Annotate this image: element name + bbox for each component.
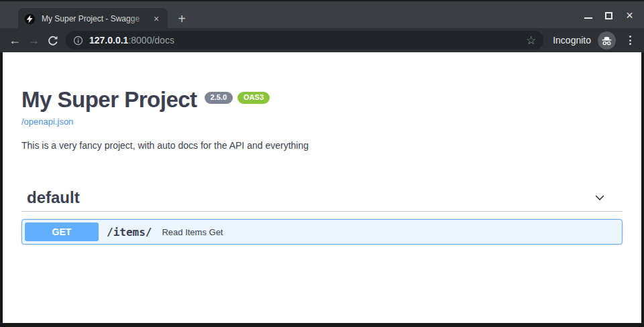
new-tab-button[interactable]: + xyxy=(173,10,191,27)
api-title-row: My Super Project 2.5.0 OAS3 xyxy=(21,87,623,113)
reload-icon xyxy=(47,35,58,46)
chevron-down-icon[interactable] xyxy=(593,191,606,204)
page-content: My Super Project 2.5.0 OAS3 /openapi.jso… xyxy=(3,52,641,323)
operation-path: /items/ xyxy=(107,226,152,239)
close-icon: × xyxy=(626,9,633,21)
forward-button[interactable]: → xyxy=(24,31,43,50)
bookmark-star-icon[interactable]: ☆ xyxy=(526,35,536,46)
address-bar[interactable]: 127.0.0.1:8000/docs ☆ xyxy=(66,31,543,50)
maximize-button[interactable] xyxy=(598,5,619,25)
http-method-badge: GET xyxy=(25,222,99,241)
reload-button[interactable] xyxy=(43,31,62,50)
menu-dot xyxy=(629,43,631,45)
minimize-button[interactable] xyxy=(578,5,598,25)
api-info-section: My Super Project 2.5.0 OAS3 /openapi.jso… xyxy=(21,52,623,151)
tag-section-header[interactable]: default xyxy=(21,188,623,212)
browser-toolbar: ← → 127.0.0.1:8000/docs ☆ Incognito xyxy=(0,28,644,52)
api-title: My Super Project xyxy=(21,87,197,113)
url-host: 127.0.0.1 xyxy=(89,35,128,46)
incognito-label: Incognito xyxy=(553,35,591,46)
plus-icon: + xyxy=(178,12,186,25)
api-badges: 2.5.0 OAS3 xyxy=(205,92,270,104)
oas3-badge: OAS3 xyxy=(237,92,270,104)
close-window-button[interactable]: × xyxy=(619,5,640,25)
forward-arrow-icon: → xyxy=(28,34,40,48)
tab-close-icon[interactable]: × xyxy=(150,13,162,25)
incognito-icon xyxy=(598,31,616,50)
swagger-wrapper: My Super Project 2.5.0 OAS3 /openapi.jso… xyxy=(3,52,641,245)
api-description: This is a very fancy project, with auto … xyxy=(21,140,623,151)
tag-section-title: default xyxy=(27,188,80,207)
operation-summary: Read Items Get xyxy=(162,227,223,237)
window-controls: × xyxy=(578,5,640,25)
back-arrow-icon: ← xyxy=(9,34,21,48)
tab-strip: My Super Project - Swagge × + × xyxy=(0,0,644,28)
openapi-spec-link[interactable]: /openapi.json xyxy=(21,117,73,127)
operation-row-get-items[interactable]: GET /items/ Read Items Get xyxy=(21,219,623,245)
browser-menu-button[interactable] xyxy=(621,31,639,49)
fastapi-favicon-icon xyxy=(24,13,36,25)
menu-dot xyxy=(629,40,631,42)
url-path: :8000/docs xyxy=(128,35,174,46)
url-text: 127.0.0.1:8000/docs xyxy=(89,35,174,46)
tab-title: My Super Project - Swagge xyxy=(42,14,150,23)
browser-tab[interactable]: My Super Project - Swagge × xyxy=(18,8,168,29)
version-badge: 2.5.0 xyxy=(205,92,233,104)
minimize-icon xyxy=(584,17,592,19)
page-info-icon[interactable] xyxy=(73,36,83,46)
browser-window: My Super Project - Swagge × + × ← → 127.… xyxy=(0,0,644,327)
back-button[interactable]: ← xyxy=(5,31,24,50)
menu-dot xyxy=(629,36,631,38)
maximize-icon xyxy=(605,12,612,19)
